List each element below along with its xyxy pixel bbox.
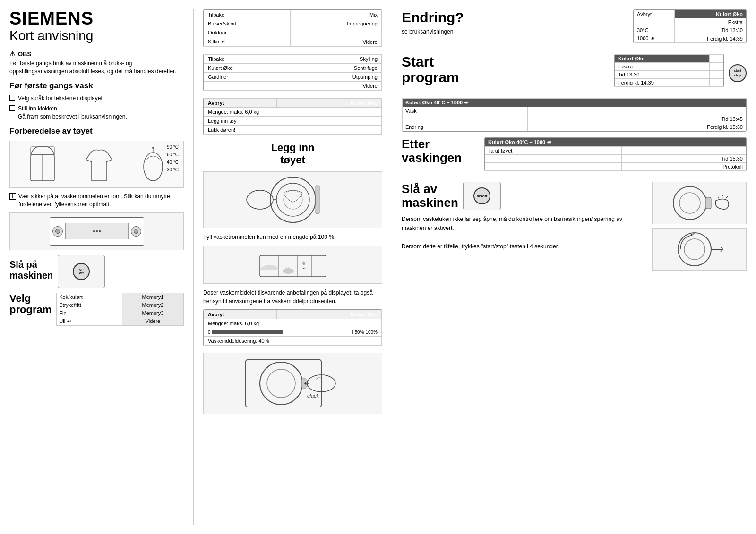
after-wash-heading-area: Ettervaskingen [402, 137, 477, 176]
jeans-icon [28, 145, 57, 183]
machine-knob [52, 226, 63, 237]
dosage-bar [212, 330, 353, 334]
warning-icon: ⚠ [9, 50, 16, 58]
table-row: Vaskeniddeldosering: 40% [204, 336, 382, 345]
turn-off-button-area: on/off [463, 182, 501, 210]
prep-heading: Forberedelse av tøyet [9, 127, 184, 136]
screen-panel-1: Tilbake Mix Bluser/skjort Impregnering O… [203, 9, 382, 47]
table-row: Mengde: maks. 6,0 kg [204, 319, 382, 328]
table-row: Bluser/skjort Impregnering [204, 19, 382, 28]
door-svg: clack [241, 355, 345, 412]
turn-off-heading: Slå avmaskinen [402, 182, 458, 209]
table-row: Avbryt Kulørt Øko [634, 10, 746, 18]
drum-open-illustration [652, 228, 747, 271]
obs-title: ⚠ OBS [9, 50, 184, 58]
svg-point-30 [684, 239, 705, 260]
during-wash-section: Kulørt Øko 40°C – 1000 ☙ Vask Tid 13:45 … [402, 98, 747, 132]
door-handle-illustration [652, 182, 747, 224]
endring-heading: Endring? [402, 9, 626, 25]
machine-knob-inner-right [134, 229, 138, 234]
obs-section: ⚠ OBS Før første gangs bruk av maskinen … [9, 50, 184, 76]
endring-table: Avbryt Kulørt Øko Ekstra 30°C Tid 13:30 [634, 10, 746, 43]
prep-illustration: 90 °C 60 °C 40 °C 30 °C [9, 141, 184, 188]
turn-off-text-area: Slå avmaskinen on/off Dersom vaskeluken … [402, 182, 645, 271]
left-column: SIEMENS Kort anvisning ⚠ OBS Før første … [9, 9, 194, 525]
table-row: Silke ☙ Videre [204, 37, 382, 47]
checkbox-icon [9, 105, 15, 111]
table-row: Endring Ferdig kl. 15:30 [403, 123, 746, 131]
power-heading: Slå påmaskinen [9, 259, 53, 281]
dosage-line [283, 330, 283, 334]
after-wash-table: Kulørt Øko 40°C – 1000 ☙ Ta ut tøyet Tid… [485, 138, 746, 171]
table-row: Videre [204, 82, 382, 91]
after-wash-panel: Kulørt Øko 40°C – 1000 ☙ Ta ut tøyet Tid… [484, 137, 747, 171]
svg-point-19 [283, 268, 294, 274]
program-section: Velgprogram Kok/kulørt Memory1 Strykefri… [9, 293, 184, 326]
table-row: Tilbake Skylling [204, 55, 382, 64]
table-row: Outdoor [204, 28, 382, 37]
table-row: Ull ☙ Videre [57, 317, 184, 325]
svg-point-3 [144, 153, 163, 181]
table-row: Tid 13:30 [615, 71, 723, 79]
table-row: Kulørt Øko 40°C – 1000 ☙ [403, 99, 746, 107]
drum-illustration [203, 171, 382, 228]
right-column: Endring? se bruksanvisningen Avbryt Kulø… [392, 9, 747, 525]
program-table: Kok/kulørt Memory1 Strykefritt Memory2 F… [56, 293, 184, 326]
svg-point-6 [270, 177, 316, 222]
svg-rect-20 [246, 360, 321, 407]
right-illustrations [652, 182, 747, 271]
page: SIEMENS Kort anvisning ⚠ OBS Før første … [0, 0, 756, 534]
obs-text: Før første gangs bruk av maskinen må bru… [9, 59, 184, 76]
table-row: Kok/kulørt Memory1 [57, 293, 184, 301]
load-text-2: Doser vaskemiddelet tilsvarende anbefali… [203, 288, 382, 305]
table-row: Ta ut tøyet [485, 147, 746, 155]
after-wash-top: Ettervaskingen Kulørt Øko 40°C – 1000 ☙ … [402, 137, 747, 176]
table-row: Kulørt Øko [615, 55, 723, 63]
program-heading: Velgprogram [9, 293, 52, 315]
turn-off-section: Slå avmaskinen on/off [402, 182, 645, 210]
load-text-1: Fyll vasketrommelen kun med en mengde på… [203, 233, 382, 241]
info-icon: i [9, 193, 16, 200]
power-button-area: onoff [58, 255, 105, 288]
table-row: Gardiner Utpumping [204, 73, 382, 82]
table-row: 1000 ☙ Ferdig kl. 14:39 [634, 34, 746, 43]
table-row: Ferdig kl. 14:39 [615, 79, 723, 87]
before-wash-list: Velg språk for tekstene i displayet. Sti… [9, 94, 184, 121]
middle-column: Tilbake Mix Bluser/skjort Impregnering O… [194, 9, 392, 525]
power-on-section: Slå påmaskinen onoff [9, 255, 184, 288]
checkbox-icon [9, 95, 15, 101]
svg-point-21 [260, 362, 302, 405]
drum-svg [246, 174, 340, 226]
guide-title: Kort anvisning [9, 28, 184, 43]
bottom-right: Slå avmaskinen on/off Dersom vaskeluken … [402, 182, 747, 271]
svg-point-8 [284, 190, 302, 209]
door-handle-svg [657, 184, 742, 222]
list-item: Velg språk for tekstene i displayet. [9, 94, 184, 102]
brand-logo: SIEMENS [9, 9, 184, 27]
shirt-icon [86, 145, 112, 183]
svg-rect-2 [31, 147, 54, 155]
svg-rect-28 [705, 197, 711, 209]
machine-knob-inner [55, 229, 60, 234]
display-dots [93, 230, 101, 232]
table-row: Vask [403, 107, 746, 115]
endring-panel: Avbryt Kulørt Øko Ekstra 30°C Tid 13:30 [633, 9, 747, 43]
list-item: Still inn klokken.Gå fram som beskrevet … [9, 105, 184, 121]
table-row: Strykefritt Memory2 [57, 301, 184, 309]
table-row: Legg inn tøy [204, 117, 382, 126]
during-wash-panel: Kulørt Øko 40°C – 1000 ☙ Vask Tid 13:45 … [402, 98, 747, 132]
delicate-icon [141, 145, 165, 183]
endring-section: Endring? se bruksanvisningen [402, 9, 626, 48]
after-wash-heading: Ettervaskingen [402, 137, 477, 164]
svg-text:clack: clack [307, 393, 319, 398]
start-stop-button[interactable]: startstop [729, 64, 747, 82]
screen1-table: Tilbake Mix Bluser/skjort Impregnering O… [204, 10, 382, 47]
drawer-illustration: I II ☙ [203, 246, 382, 284]
table-row: Tid 13:45 [403, 115, 746, 123]
top-right-section: Endring? se bruksanvisningen Avbryt Kulø… [402, 9, 747, 48]
svg-point-22 [267, 369, 295, 398]
dosage-fill [213, 330, 283, 334]
svg-point-5 [152, 147, 154, 149]
endring-panel-container: Avbryt Kulørt Øko Ekstra 30°C Tid 13:30 [633, 9, 747, 48]
door-close-illustration: clack [203, 353, 382, 414]
